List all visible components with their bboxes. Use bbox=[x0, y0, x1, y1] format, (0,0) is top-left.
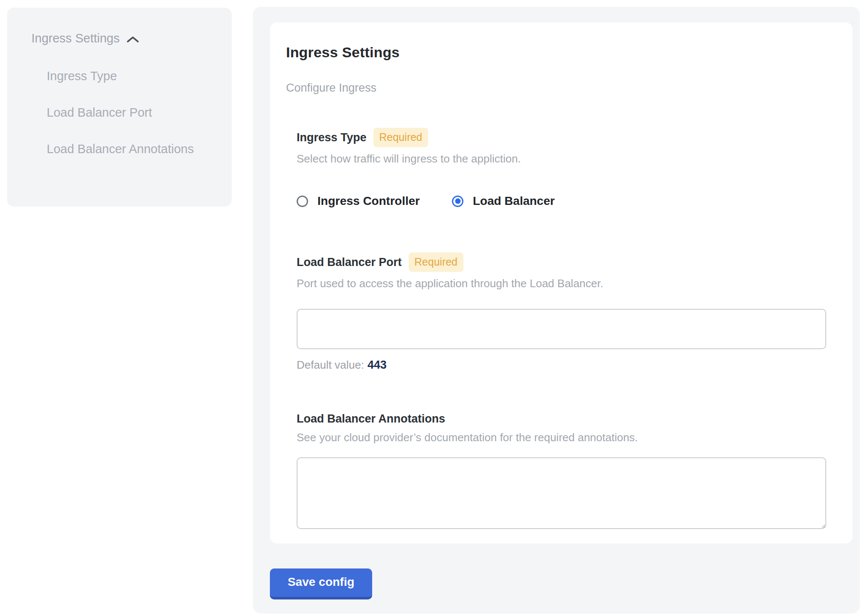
settings-nav-sidebar: Ingress Settings Ingress Type Load Balan… bbox=[7, 8, 232, 207]
lb-annotations-description: See your cloud provider’s documentation … bbox=[297, 431, 826, 444]
lb-annotations-textarea[interactable] bbox=[297, 457, 826, 529]
sidebar-item-list: Ingress Type Load Balancer Port Load Bal… bbox=[31, 63, 215, 162]
form-sections: Ingress Type Required Select how traffic… bbox=[297, 128, 826, 529]
lb-annotations-label-text: Load Balancer Annotations bbox=[297, 412, 445, 426]
radio-load-balancer-label: Load Balancer bbox=[473, 194, 555, 208]
lb-port-input[interactable] bbox=[297, 309, 826, 349]
save-config-button[interactable]: Save config bbox=[270, 568, 372, 599]
lb-port-description: Port used to access the application thro… bbox=[297, 277, 826, 290]
ingress-settings-panel: Ingress Settings Configure Ingress Ingre… bbox=[253, 7, 860, 613]
required-badge: Required bbox=[373, 128, 428, 147]
ingress-type-radio-group: Ingress Controller Load Balancer bbox=[297, 194, 826, 208]
lb-port-label-text: Load Balancer Port bbox=[297, 255, 402, 269]
section-load-balancer-port: Load Balancer Port Required Port used to… bbox=[297, 252, 826, 372]
chevron-up-icon bbox=[126, 36, 139, 43]
ingress-type-label-text: Ingress Type bbox=[297, 130, 367, 145]
radio-load-balancer-circle[interactable] bbox=[452, 196, 463, 207]
radio-ingress-controller[interactable]: Ingress Controller bbox=[297, 194, 420, 208]
sidebar-item-load-balancer-port[interactable]: Load Balancer Port bbox=[47, 100, 204, 125]
ingress-type-description: Select how traffic will ingress to the a… bbox=[297, 152, 826, 165]
sidebar-group-label: Ingress Settings bbox=[31, 31, 120, 45]
ingress-type-label: Ingress Type Required bbox=[297, 128, 826, 147]
default-value-number: 443 bbox=[367, 358, 387, 371]
lb-port-default-row: Default value:443 bbox=[297, 358, 826, 372]
sidebar-item-load-balancer-annotations[interactable]: Load Balancer Annotations bbox=[47, 136, 204, 162]
sidebar-item-ingress-type[interactable]: Ingress Type bbox=[47, 63, 204, 89]
section-load-balancer-annotations: Load Balancer Annotations See your cloud… bbox=[297, 412, 826, 529]
page-title: Ingress Settings bbox=[286, 44, 836, 61]
lb-annotations-label: Load Balancer Annotations bbox=[297, 412, 826, 426]
sidebar-group-ingress-settings[interactable]: Ingress Settings bbox=[31, 31, 215, 45]
page-subtitle: Configure Ingress bbox=[286, 81, 836, 95]
default-value-label: Default value: bbox=[297, 358, 364, 371]
lb-port-label: Load Balancer Port Required bbox=[297, 252, 826, 272]
radio-ingress-controller-circle[interactable] bbox=[297, 196, 308, 207]
radio-load-balancer[interactable]: Load Balancer bbox=[452, 194, 555, 208]
section-ingress-type: Ingress Type Required Select how traffic… bbox=[297, 128, 826, 208]
radio-ingress-controller-label: Ingress Controller bbox=[317, 194, 420, 208]
required-badge: Required bbox=[409, 252, 463, 272]
ingress-settings-card: Ingress Settings Configure Ingress Ingre… bbox=[270, 22, 853, 543]
